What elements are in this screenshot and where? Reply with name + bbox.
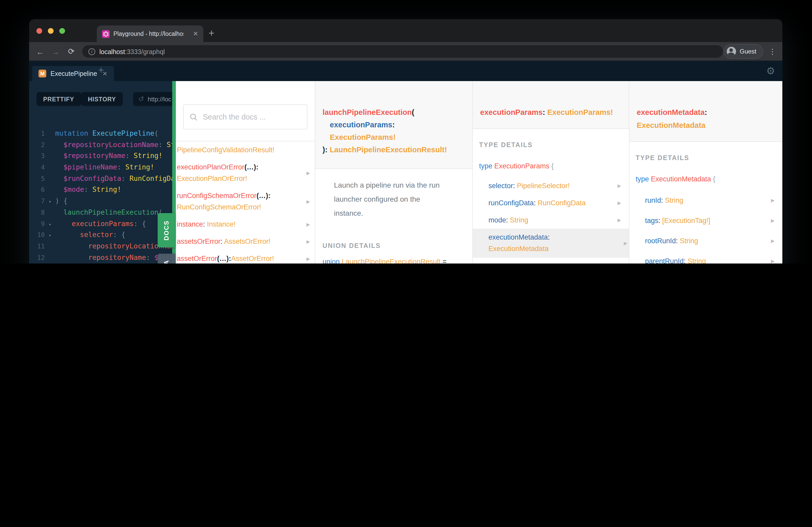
field-name: executionPlanOrError — [177, 163, 245, 171]
avatar-icon — [727, 47, 736, 56]
prettify-button[interactable]: PRETTIFY — [37, 92, 81, 106]
doc-field-assetsOrError[interactable]: assetsOrError: AssetsOrError!▶ — [176, 236, 315, 247]
forward-icon[interactable]: → — [49, 42, 62, 61]
type-field-rootRunId[interactable]: rootRunId: String▶ — [645, 231, 776, 251]
signature-arg-type: ExecutionParams! — [330, 133, 396, 141]
docs-side-tab[interactable]: DOCS — [158, 213, 175, 247]
pane3-header-colon: : — [542, 108, 547, 117]
type-field-name-line: executionMetadata: — [489, 232, 623, 243]
field-type: ExecutionMetadata — [489, 243, 623, 255]
code-line[interactable]: 1 mutation ExecutePipeline( — [29, 128, 172, 139]
code-line[interactable]: 12 repositoryName: $repositoryName — [29, 252, 172, 263]
type-field-executionMetadata[interactable]: executionMetadata:ExecutionMetadata▶ — [473, 229, 629, 258]
token-atom: launchPipelineExecution — [63, 208, 158, 216]
type-field-runId[interactable]: runId: String▶ — [645, 190, 776, 210]
line-number: 11 — [29, 241, 45, 252]
doc-field-instance[interactable]: instance: Instance!▶ — [176, 219, 315, 230]
type-field-stepKeys[interactable]: stepKeys: [String!]▶ — [489, 258, 623, 264]
traffic-light-close-icon[interactable] — [37, 28, 42, 33]
profile-name: Guest — [740, 48, 756, 55]
profile-button[interactable]: Guest — [724, 45, 763, 58]
field-name: executionMetadata — [489, 234, 548, 241]
settings-gear-icon[interactable]: ⚙ — [766, 65, 775, 77]
token-pl — [121, 163, 125, 171]
code-line[interactable]: 3 $repositoryName: String! — [29, 150, 172, 162]
fold-gutter — [45, 242, 55, 253]
type-field-runConfigData[interactable]: runConfigData: RunConfigData▶ — [489, 194, 623, 212]
traffic-light-zoom-icon[interactable] — [59, 28, 65, 33]
field-type: ExecutionPlanOrError! — [177, 173, 301, 184]
browser-tab-strip: Playground - http://localhost:3 ✕ + — [29, 19, 782, 42]
endpoint-reload-icon[interactable]: ↺ — [139, 95, 144, 103]
type-field-selector[interactable]: selector: PipelineSelector!▶ — [489, 177, 623, 194]
code-line[interactable]: 8 launchPipelineExecution( — [29, 207, 172, 218]
type-keyword: type — [636, 175, 651, 183]
doc-field-partial[interactable]: PipelineConfigValidationResult! — [176, 145, 315, 156]
line-number: 1 — [29, 129, 45, 139]
traffic-light-minimize-icon[interactable] — [48, 28, 54, 33]
type-field-tags[interactable]: tags: [ExecutionTag!]▶ — [645, 210, 776, 231]
token-def: ExecutePipeline — [92, 130, 154, 137]
field-colon: : — [658, 217, 662, 225]
new-session-button[interactable]: + — [98, 65, 104, 76]
pane4-type-declaration: type ExecutionMetadata { — [636, 175, 782, 183]
code-line[interactable]: 5 $runConfigData: RunConfigData! — [29, 173, 172, 184]
token-prop: selector — [80, 231, 113, 239]
field-type: AssetOrError! — [231, 255, 274, 262]
fold-arrow-icon[interactable]: ▾ — [45, 230, 55, 241]
signature-return-type: LaunchPipelineExecutionResult! — [330, 146, 447, 154]
field-colon: : — [517, 262, 521, 264]
browser-tab[interactable]: Playground - http://localhost:3 ✕ — [97, 26, 203, 42]
fold-arrow-icon[interactable]: ▾ — [45, 219, 55, 230]
schema-side-tab[interactable]: SCHEMA — [158, 254, 175, 264]
token-prop: executionParams — [72, 220, 134, 227]
endpoint-input[interactable]: ↺ http://loc — [133, 92, 172, 106]
back-icon[interactable]: ← — [33, 42, 47, 61]
code-text: selector: { — [55, 231, 125, 239]
query-editor-lines[interactable]: 1 mutation ExecutePipeline(2 $repository… — [29, 128, 172, 264]
address-bar[interactable]: i localhost:3333/graphql — [82, 45, 723, 58]
search-placeholder: Search the docs ... — [203, 113, 266, 121]
browser-menu-icon[interactable]: ⋮ — [769, 47, 776, 56]
code-text: $repositoryLocationName: String! — [55, 140, 172, 148]
site-info-icon[interactable]: i — [88, 48, 95, 55]
field-name: selector — [489, 182, 513, 190]
type-field-mode[interactable]: mode: String▶ — [489, 212, 623, 229]
field-type: String — [665, 196, 683, 204]
doc-field-executionPlanOrError[interactable]: executionPlanOrError(…):ExecutionPlanOrE… — [176, 162, 315, 184]
code-line[interactable]: 7▾) { — [29, 195, 172, 207]
code-line[interactable]: 2 $repositoryLocationName: String! — [29, 139, 172, 150]
docs-search-box[interactable]: Search the docs ... — [183, 104, 307, 130]
fold-arrow-icon[interactable]: ▾ — [45, 196, 55, 208]
chevron-right-icon: ▶ — [771, 190, 774, 210]
doc-field-runConfigSchemaOrError[interactable]: runConfigSchemaOrError(…):RunConfigSchem… — [176, 190, 315, 213]
token-pl — [150, 253, 154, 261]
code-line[interactable]: 11 repositoryLocationName: $repositoryLo… — [29, 241, 172, 252]
doc-field-assetOrError[interactable]: assetOrError(…):AssetOrError!▶ — [176, 253, 315, 264]
code-line[interactable]: 4 $pipelineName: String! — [29, 162, 172, 173]
pane3-type-details-header: TYPE DETAILS — [479, 141, 629, 149]
token-pu: : — [125, 152, 130, 160]
line-number: 5 — [29, 174, 45, 185]
new-tab-button[interactable]: + — [208, 26, 214, 41]
union-declaration: union LaunchPipelineExecutionResult = — [322, 258, 465, 264]
line-number: 8 — [29, 207, 45, 219]
tab-close-icon[interactable]: ✕ — [193, 30, 198, 37]
line-number: 9 — [29, 219, 45, 230]
code-line[interactable]: 9▾ executionParams: { — [29, 218, 172, 229]
line-number: 2 — [29, 139, 45, 151]
field-colon: : — [661, 196, 665, 204]
token-ty: String! — [125, 163, 154, 171]
code-line[interactable]: 13 pipelineName: $pipelineName — [29, 263, 172, 264]
token-pl — [55, 175, 63, 182]
fold-gutter — [45, 129, 55, 140]
type-field-parentRunId[interactable]: parentRunId: String▶ — [645, 251, 776, 264]
reload-icon[interactable]: ⟳ — [64, 42, 78, 61]
code-line[interactable]: 10▾ selector: { — [29, 229, 172, 240]
history-button[interactable]: HISTORY — [81, 92, 123, 106]
token-pl — [55, 186, 63, 194]
chevron-right-icon: ▶ — [624, 238, 627, 249]
code-line[interactable]: 6 $mode: String! — [29, 184, 172, 195]
fold-gutter — [45, 185, 55, 196]
field-name: runConfigSchemaOrError — [177, 192, 257, 199]
